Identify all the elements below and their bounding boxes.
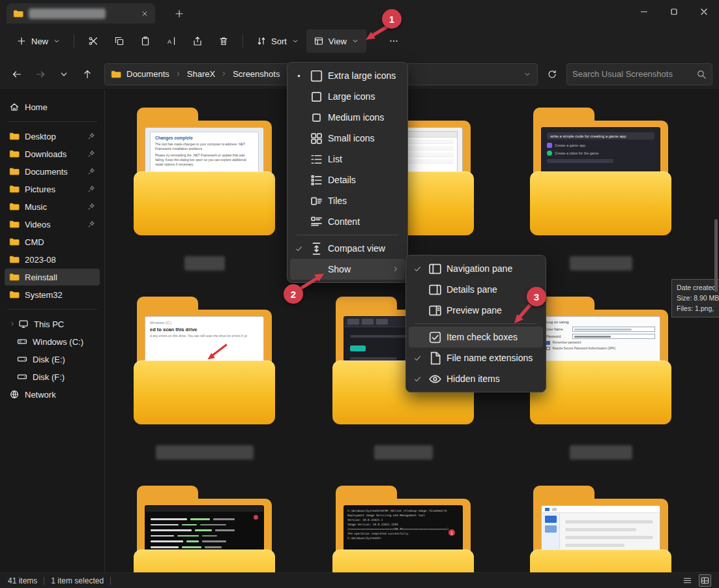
menu-item-show[interactable]: Show [290,259,405,280]
sidebar-item-disk-f[interactable]: Disk (F:) [5,368,100,385]
preview-part [376,319,388,325]
menu-item-label: Compact view [328,243,400,254]
pin-icon [87,185,95,193]
menu-item-small-icons[interactable]: Small icons [290,128,405,149]
menu-item-details-pane[interactable]: Details pane [409,279,543,300]
preview-part [151,524,179,526]
sidebar-item-disk-e[interactable]: Disk (E:) [5,351,100,368]
folder-item-9[interactable] [527,486,674,572]
sidebar-item-desktop[interactable]: Desktop [5,128,100,145]
sidebar-item-videos[interactable]: Videos [5,216,100,233]
compact-view-icon [309,241,324,256]
preview-part: Image Version: 10.0.22621.2283 [347,522,459,527]
folder-item-4[interactable]: Windows (C:)ed to scan this drived any e… [131,297,278,424]
delete-button[interactable] [211,29,237,53]
chevron-down-icon [351,37,359,45]
sidebar-item-reinstall[interactable]: Reinstall [5,269,100,286]
sort-button[interactable]: Sort [249,29,306,53]
pin-icon [87,150,95,158]
chevron-right-icon[interactable] [220,70,227,78]
details-view-toggle[interactable] [681,574,694,587]
address-dropdown-icon[interactable] [523,70,531,78]
menu-item-preview-pane[interactable]: Preview pane [409,300,543,321]
back-button[interactable] [7,64,27,85]
paste-button[interactable] [132,29,158,53]
sidebar-item-cmd[interactable]: CMD [5,233,100,250]
sidebar-item-home[interactable]: Home [5,98,100,115]
tab-close-icon[interactable] [141,10,149,18]
chevron-right-icon[interactable] [175,70,182,78]
sidebar-item-label: Desktop [25,132,82,141]
folder-label-redacted [184,256,225,271]
more-options-button[interactable] [381,29,407,53]
new-button[interactable]: New [9,29,68,53]
cut-button[interactable] [80,29,106,53]
new-button-label: New [31,37,48,46]
refresh-button[interactable] [542,64,563,85]
menu-item-compact-view[interactable]: Compact view [290,238,405,259]
breadcrumb-item[interactable]: ShareX [183,67,219,81]
menu-item-navigation-pane[interactable]: Navigation pane [409,258,543,279]
share-button[interactable] [184,29,211,53]
preview-part [547,151,552,156]
folder-icon [9,166,20,177]
menu-item-file-name-extensions[interactable]: File name extensions [409,347,543,368]
folder-item-8[interactable]: C:\Windows\System32>DISM /Online /Cleanu… [330,486,477,572]
preview-part [574,329,632,331]
sidebar-item-this-pc[interactable]: This PC [5,316,100,332]
sidebar-item-label: Disk (F:) [33,372,95,382]
explorer-tab[interactable] [7,3,155,23]
folder-label-redacted [570,445,632,460]
menu-item-list[interactable]: List [290,149,405,169]
vertical-scrollbar[interactable] [714,219,718,292]
toolbar-divider [74,34,74,48]
sidebar-item-system32[interactable]: System32 [5,286,100,303]
new-tab-button[interactable] [171,7,188,21]
sidebar-item-network[interactable]: Network [5,386,100,403]
menu-item-item-check-boxes[interactable]: Item check boxes [409,327,543,347]
forward-button[interactable] [30,64,51,85]
home-icon [9,102,20,112]
menu-item-medium-icons[interactable]: Medium icons [290,107,405,128]
thumbnails-view-toggle[interactable] [699,574,711,587]
menu-item-label: Small icons [328,133,400,143]
close-button[interactable] [689,0,719,23]
menu-item-label: Details pane [447,284,538,295]
search-input[interactable] [572,69,692,79]
menu-item-details[interactable]: Details [290,169,405,190]
rename-button[interactable]: A [158,29,184,53]
copy-button[interactable] [106,29,132,53]
preview-part [362,319,374,325]
preview-part: Log on using [546,320,655,324]
view-button[interactable]: View [306,29,366,53]
breadcrumb-item[interactable]: Screenshots [229,67,284,81]
preview-part: [==========================100.0%=======… [347,527,459,531]
preview-part [572,327,655,332]
sidebar-item-music[interactable]: Music [5,198,100,215]
folder-item-6[interactable]: Log on usingUser Name:Password:Remember … [527,297,674,424]
sidebar-item-downloads[interactable]: Downloads [5,145,100,162]
menu-item-content[interactable]: Content [290,211,405,232]
sidebar-separator [7,121,97,122]
folder-item-1[interactable]: Changes completeThe tool has made change… [131,108,278,235]
pin-icon [87,168,95,175]
folder-front [134,171,275,235]
sidebar-item-windows-c[interactable]: Windows (C:) [5,333,100,350]
breadcrumb-item[interactable]: Documents [123,67,173,81]
folder-item-7[interactable] [131,486,278,572]
menu-item-extra-large-icons[interactable]: Extra large icons [290,65,405,86]
minimize-button[interactable] [629,0,659,23]
menu-item-large-icons[interactable]: Large icons [290,86,405,107]
sidebar-item-pictures[interactable]: Pictures [5,181,100,198]
preview-part [547,159,613,163]
sidebar-item-label: Reinstall [25,272,95,282]
maximize-button[interactable] [659,0,689,23]
sidebar-item-documents[interactable]: Documents [5,163,100,180]
recent-locations-button[interactable] [53,64,74,85]
sidebar-item-2023-08[interactable]: 2023-08 [5,251,100,268]
menu-item-hidden-items[interactable]: Hidden items [409,368,543,389]
chevron-right-icon [9,321,16,327]
menu-item-tiles[interactable]: Tiles [290,190,405,211]
up-button[interactable] [77,64,98,85]
folder-item-3[interactable]: write a simple code for creating a game … [527,108,674,235]
